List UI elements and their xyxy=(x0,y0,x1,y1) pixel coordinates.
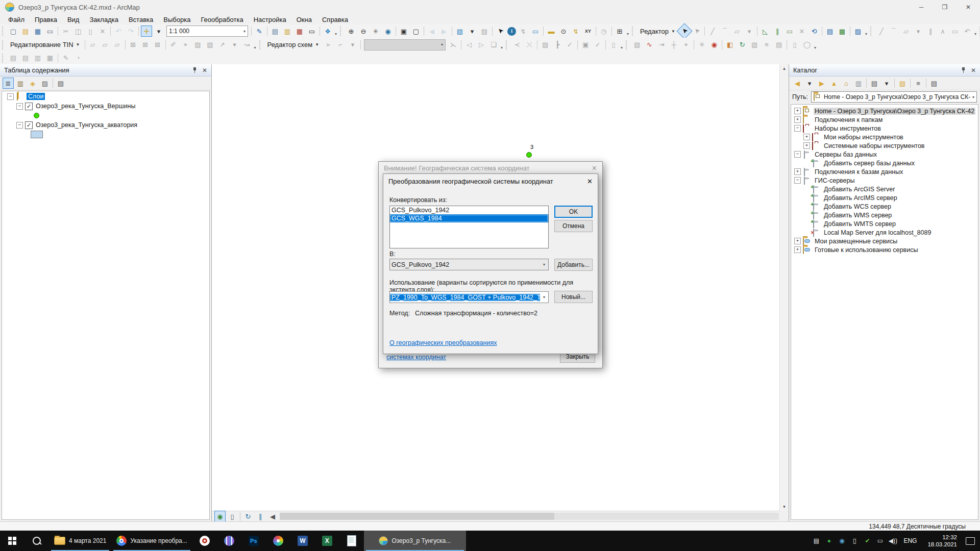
toolbar-overflow-icon[interactable]: ▾ xyxy=(627,32,629,38)
perpendicular-tool-icon[interactable]: ∧ xyxy=(937,26,948,37)
to-combobox[interactable]: GCS_Pulkovo_1942 ▾ xyxy=(389,259,549,270)
layer-name[interactable]: Озеро3_река_Тунгуска_Вершины xyxy=(36,103,135,110)
expand-icon[interactable]: + xyxy=(803,142,810,149)
tin-select-icon[interactable]: ⌖ xyxy=(180,39,191,51)
tin-delete-area-icon[interactable]: ⊠ xyxy=(152,39,163,51)
create-shape-chevron-icon[interactable]: ▾ xyxy=(913,26,924,37)
parallel-tool-icon[interactable]: ∥ xyxy=(925,26,936,37)
warning-dialog-titlebar[interactable]: Внимание! Географическая система координ… xyxy=(379,162,602,174)
paste-icon[interactable]: ▯ xyxy=(85,26,96,37)
menu-геообработка[interactable]: Геообработка xyxy=(195,15,248,24)
zoom-out-icon[interactable]: ⊖ xyxy=(358,26,369,37)
undo-icon[interactable]: ↶ xyxy=(113,26,124,37)
expand-icon[interactable]: + xyxy=(794,108,801,114)
list-by-drawing-order-icon[interactable]: ≣ xyxy=(3,78,14,89)
collapse-icon[interactable]: − xyxy=(16,103,23,110)
layout-view-button[interactable]: ▯ xyxy=(227,511,238,522)
box-check-icon[interactable]: ▣ xyxy=(580,39,591,51)
catalog-item-label[interactable]: Home - Озеро 3_р Тунгуска\Озеро 3_р Тунг… xyxy=(814,108,975,115)
geodata-edit-icon[interactable]: ✎ xyxy=(60,53,71,64)
close-icon[interactable]: ✕ xyxy=(587,178,593,185)
add-data-chevron-icon[interactable]: ▾ xyxy=(153,26,164,37)
catalog-back-icon[interactable]: ◀ xyxy=(792,78,803,89)
rotate-tool-icon[interactable]: ⟲ xyxy=(808,26,820,37)
fixed-zoom-in-icon[interactable]: ▣ xyxy=(398,26,409,37)
new-button[interactable]: Новый... xyxy=(554,291,593,303)
schematic-link-icon[interactable]: ⋋ xyxy=(448,39,459,51)
html-popup-icon[interactable]: ↯ xyxy=(518,26,529,37)
identify-icon[interactable]: i xyxy=(507,27,516,36)
catalog-home-icon[interactable]: ⌂ xyxy=(841,78,852,89)
edit-vertices-icon[interactable]: ▨ xyxy=(852,26,864,37)
crosshair-icon[interactable]: ┼ xyxy=(668,39,679,51)
catalog-tree-item[interactable]: −Наборы инструментов xyxy=(791,124,978,133)
catalog-tree-item[interactable]: +Local Map Server для localhost_8089 xyxy=(791,228,978,237)
pin-icon[interactable] xyxy=(961,67,966,73)
menu-закладка[interactable]: Закладка xyxy=(84,15,124,24)
tin-editing-menu[interactable]: Редактирование TIN▼ xyxy=(7,41,83,48)
find-icon[interactable]: ⊙ xyxy=(558,26,569,37)
network-tray-icon[interactable]: ▭ xyxy=(876,537,884,545)
schematic-layout-combo[interactable]: ▾ xyxy=(364,39,446,51)
tin-flip-icon[interactable]: ↝ xyxy=(241,39,253,51)
catalog-tree-item[interactable]: +Добавить WMTS сервер xyxy=(791,219,978,228)
catalog-item-label[interactable]: Добавить WCS сервер xyxy=(823,203,892,210)
add-database-icon[interactable]: ▥ xyxy=(282,26,293,37)
catalog-item-label[interactable]: Системные наборы инструментов xyxy=(823,142,926,149)
default-geodatabase-icon[interactable]: ▥ xyxy=(853,78,864,89)
rep-config-icon[interactable]: ┣ xyxy=(552,39,563,51)
tin-modify-icon[interactable]: ✐ xyxy=(168,39,179,51)
viewer-window-icon[interactable]: ⊞ xyxy=(614,26,625,37)
close-button[interactable]: ✕ xyxy=(957,0,980,14)
close-icon[interactable]: ✕ xyxy=(971,67,976,74)
action-center-icon[interactable] xyxy=(966,537,975,545)
path-combobox[interactable]: Home - Озеро 3_р Тунгуска\Озеро 3_р Тунг… xyxy=(811,91,977,103)
catalog-item-label[interactable]: Мои размещенные сервисы xyxy=(814,238,898,245)
taskbar-pinned-photoshop[interactable]: Ps xyxy=(241,531,266,551)
print-icon[interactable]: ▭ xyxy=(44,26,56,37)
expand-icon[interactable]: + xyxy=(794,238,801,244)
catalog-tree-item[interactable]: +Добавить ArcIMS сервер xyxy=(791,193,978,202)
bezier-tool-icon[interactable]: ∿ xyxy=(644,39,655,51)
save-icon[interactable]: ▦ xyxy=(32,26,43,37)
tin-node-tool-icon[interactable]: ▧ xyxy=(205,39,216,51)
rotate-point-icon[interactable]: ⌖ xyxy=(680,39,692,51)
menu-файл[interactable]: Файл xyxy=(3,15,30,24)
fixed-zoom-out-icon[interactable]: ▢ xyxy=(410,26,422,37)
geodata-icon-1[interactable]: ▤ xyxy=(8,53,19,64)
scrollbar-thumb[interactable] xyxy=(280,513,554,520)
usage-combobox[interactable]: PZ_1990_To_WGS_1984_GOST + Pulkovo_1942_… xyxy=(389,291,549,303)
python-window-icon[interactable]: ▭ xyxy=(306,26,317,37)
taskbar-search-button[interactable] xyxy=(24,531,49,551)
defender-tray-icon[interactable]: ✔ xyxy=(863,537,871,545)
ok-button[interactable]: OK xyxy=(554,206,593,218)
trace-chevron-icon[interactable]: ▾ xyxy=(744,26,755,37)
no-edit-icon[interactable]: ▧ xyxy=(749,39,760,51)
menu-справка[interactable]: Справка xyxy=(317,15,353,24)
tin-add-polygon-icon[interactable]: ▱ xyxy=(112,39,123,51)
toc-options-icon[interactable]: ▤ xyxy=(55,78,66,89)
catalog-tree-item[interactable]: +Подключения к базам данных xyxy=(791,167,978,176)
toolbar-overflow-icon[interactable]: ▾ xyxy=(254,45,256,52)
zoom-in-icon[interactable]: ⊕ xyxy=(346,26,357,37)
catalog-tree-item[interactable]: +Добавить WMS сервер xyxy=(791,211,978,219)
about-transformations-link[interactable]: О географических преобразованиях xyxy=(389,339,497,346)
connect-folder-icon[interactable]: ▧ xyxy=(897,78,908,89)
edit-annotation-tool-icon[interactable]: ➤ xyxy=(689,23,704,39)
catalog-tree-item[interactable]: +Мои размещенные сервисы xyxy=(791,237,978,245)
toolbar-overflow-icon[interactable]: ▾ xyxy=(974,32,976,38)
polygon-symbol[interactable] xyxy=(31,131,43,138)
toolbar-overflow-icon[interactable]: ▾ xyxy=(865,32,867,38)
scroll-up-icon[interactable]: ▲ xyxy=(782,64,787,73)
cut-icon[interactable]: ✂ xyxy=(60,26,71,37)
taskbar-pinned-palette[interactable] xyxy=(266,531,290,551)
taskbar-item-folder[interactable]: 4 марта 2021 xyxy=(49,531,111,551)
disperse-icon[interactable]: ✳ xyxy=(696,39,707,51)
cut-polygon-icon[interactable]: ✕ xyxy=(796,26,807,37)
catalog-options-icon[interactable]: ▤ xyxy=(928,78,940,89)
catalog-item-label[interactable]: Серверы баз данных xyxy=(814,151,878,158)
collapse-icon[interactable]: − xyxy=(794,151,801,158)
catalog-item-label[interactable]: Добавить ArcGIS Server xyxy=(823,186,896,193)
catalog-item-label[interactable]: Добавить WMS сервер xyxy=(823,212,893,219)
menu-вставка[interactable]: Вставка xyxy=(124,15,158,24)
